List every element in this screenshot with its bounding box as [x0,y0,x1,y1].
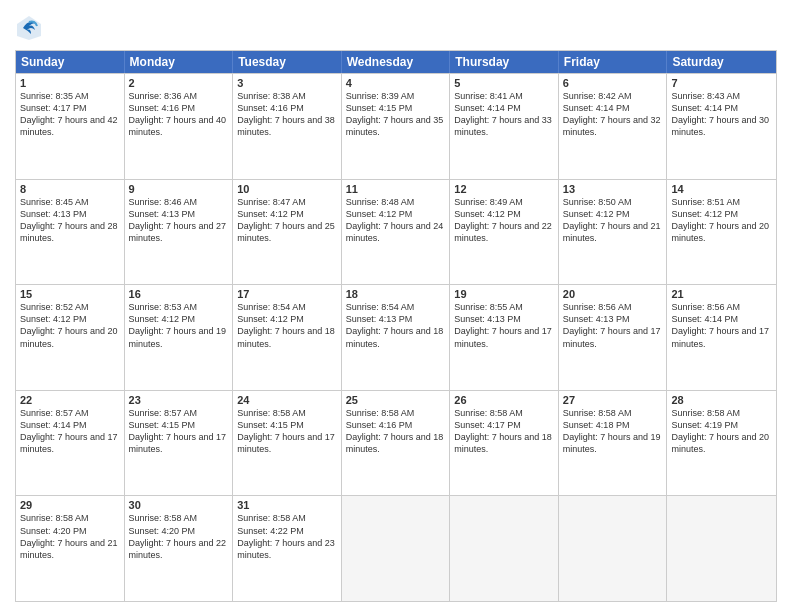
calendar-cell: 19Sunrise: 8:55 AMSunset: 4:13 PMDayligh… [450,285,559,390]
calendar-cell: 22Sunrise: 8:57 AMSunset: 4:14 PMDayligh… [16,391,125,496]
calendar-cell: 30Sunrise: 8:58 AMSunset: 4:20 PMDayligh… [125,496,234,601]
calendar-cell: 8Sunrise: 8:45 AMSunset: 4:13 PMDaylight… [16,180,125,285]
day-info: Sunrise: 8:45 AMSunset: 4:13 PMDaylight:… [20,196,120,245]
day-number: 25 [346,394,446,406]
day-info: Sunrise: 8:52 AMSunset: 4:12 PMDaylight:… [20,301,120,350]
day-info: Sunrise: 8:58 AMSunset: 4:22 PMDaylight:… [237,512,337,561]
day-number: 20 [563,288,663,300]
day-number: 24 [237,394,337,406]
day-number: 23 [129,394,229,406]
calendar-cell: 11Sunrise: 8:48 AMSunset: 4:12 PMDayligh… [342,180,451,285]
calendar-cell: 28Sunrise: 8:58 AMSunset: 4:19 PMDayligh… [667,391,776,496]
day-info: Sunrise: 8:58 AMSunset: 4:19 PMDaylight:… [671,407,772,456]
day-number: 15 [20,288,120,300]
calendar-cell: 21Sunrise: 8:56 AMSunset: 4:14 PMDayligh… [667,285,776,390]
calendar-week: 29Sunrise: 8:58 AMSunset: 4:20 PMDayligh… [16,495,776,601]
day-info: Sunrise: 8:58 AMSunset: 4:17 PMDaylight:… [454,407,554,456]
page: SundayMondayTuesdayWednesdayThursdayFrid… [0,0,792,612]
calendar-cell: 10Sunrise: 8:47 AMSunset: 4:12 PMDayligh… [233,180,342,285]
day-number: 5 [454,77,554,89]
day-number: 10 [237,183,337,195]
day-number: 22 [20,394,120,406]
calendar-cell: 14Sunrise: 8:51 AMSunset: 4:12 PMDayligh… [667,180,776,285]
day-number: 30 [129,499,229,511]
day-info: Sunrise: 8:53 AMSunset: 4:12 PMDaylight:… [129,301,229,350]
calendar-cell: 15Sunrise: 8:52 AMSunset: 4:12 PMDayligh… [16,285,125,390]
calendar-cell: 3Sunrise: 8:38 AMSunset: 4:16 PMDaylight… [233,74,342,179]
calendar-cell: 5Sunrise: 8:41 AMSunset: 4:14 PMDaylight… [450,74,559,179]
calendar-cell: 6Sunrise: 8:42 AMSunset: 4:14 PMDaylight… [559,74,668,179]
day-info: Sunrise: 8:58 AMSunset: 4:20 PMDaylight:… [129,512,229,561]
calendar-week: 1Sunrise: 8:35 AMSunset: 4:17 PMDaylight… [16,73,776,179]
calendar-cell: 29Sunrise: 8:58 AMSunset: 4:20 PMDayligh… [16,496,125,601]
calendar-week: 15Sunrise: 8:52 AMSunset: 4:12 PMDayligh… [16,284,776,390]
calendar-cell: 4Sunrise: 8:39 AMSunset: 4:15 PMDaylight… [342,74,451,179]
day-number: 28 [671,394,772,406]
day-number: 27 [563,394,663,406]
day-number: 21 [671,288,772,300]
calendar-day-header: Sunday [16,51,125,73]
calendar-cell [342,496,451,601]
header [15,10,777,42]
calendar-cell: 26Sunrise: 8:58 AMSunset: 4:17 PMDayligh… [450,391,559,496]
calendar-day-header: Saturday [667,51,776,73]
day-info: Sunrise: 8:50 AMSunset: 4:12 PMDaylight:… [563,196,663,245]
day-number: 14 [671,183,772,195]
calendar-cell: 23Sunrise: 8:57 AMSunset: 4:15 PMDayligh… [125,391,234,496]
day-number: 26 [454,394,554,406]
calendar-cell: 13Sunrise: 8:50 AMSunset: 4:12 PMDayligh… [559,180,668,285]
calendar-cell: 9Sunrise: 8:46 AMSunset: 4:13 PMDaylight… [125,180,234,285]
day-number: 2 [129,77,229,89]
day-number: 31 [237,499,337,511]
calendar-cell: 31Sunrise: 8:58 AMSunset: 4:22 PMDayligh… [233,496,342,601]
day-info: Sunrise: 8:43 AMSunset: 4:14 PMDaylight:… [671,90,772,139]
calendar-cell: 16Sunrise: 8:53 AMSunset: 4:12 PMDayligh… [125,285,234,390]
calendar-cell: 20Sunrise: 8:56 AMSunset: 4:13 PMDayligh… [559,285,668,390]
day-info: Sunrise: 8:42 AMSunset: 4:14 PMDaylight:… [563,90,663,139]
day-info: Sunrise: 8:54 AMSunset: 4:12 PMDaylight:… [237,301,337,350]
calendar-cell: 7Sunrise: 8:43 AMSunset: 4:14 PMDaylight… [667,74,776,179]
day-info: Sunrise: 8:48 AMSunset: 4:12 PMDaylight:… [346,196,446,245]
calendar-cell: 24Sunrise: 8:58 AMSunset: 4:15 PMDayligh… [233,391,342,496]
day-info: Sunrise: 8:58 AMSunset: 4:16 PMDaylight:… [346,407,446,456]
day-number: 12 [454,183,554,195]
day-info: Sunrise: 8:58 AMSunset: 4:20 PMDaylight:… [20,512,120,561]
calendar-cell [667,496,776,601]
calendar-header: SundayMondayTuesdayWednesdayThursdayFrid… [16,51,776,73]
day-info: Sunrise: 8:46 AMSunset: 4:13 PMDaylight:… [129,196,229,245]
calendar-week: 8Sunrise: 8:45 AMSunset: 4:13 PMDaylight… [16,179,776,285]
day-info: Sunrise: 8:38 AMSunset: 4:16 PMDaylight:… [237,90,337,139]
calendar-cell: 25Sunrise: 8:58 AMSunset: 4:16 PMDayligh… [342,391,451,496]
calendar-cell: 17Sunrise: 8:54 AMSunset: 4:12 PMDayligh… [233,285,342,390]
day-info: Sunrise: 8:49 AMSunset: 4:12 PMDaylight:… [454,196,554,245]
day-number: 18 [346,288,446,300]
calendar-cell: 27Sunrise: 8:58 AMSunset: 4:18 PMDayligh… [559,391,668,496]
day-info: Sunrise: 8:35 AMSunset: 4:17 PMDaylight:… [20,90,120,139]
day-number: 11 [346,183,446,195]
day-number: 8 [20,183,120,195]
day-info: Sunrise: 8:36 AMSunset: 4:16 PMDaylight:… [129,90,229,139]
day-info: Sunrise: 8:58 AMSunset: 4:18 PMDaylight:… [563,407,663,456]
day-number: 16 [129,288,229,300]
calendar-day-header: Tuesday [233,51,342,73]
calendar-cell: 18Sunrise: 8:54 AMSunset: 4:13 PMDayligh… [342,285,451,390]
day-info: Sunrise: 8:54 AMSunset: 4:13 PMDaylight:… [346,301,446,350]
calendar-week: 22Sunrise: 8:57 AMSunset: 4:14 PMDayligh… [16,390,776,496]
calendar: SundayMondayTuesdayWednesdayThursdayFrid… [15,50,777,602]
day-info: Sunrise: 8:39 AMSunset: 4:15 PMDaylight:… [346,90,446,139]
day-number: 6 [563,77,663,89]
calendar-cell: 2Sunrise: 8:36 AMSunset: 4:16 PMDaylight… [125,74,234,179]
day-info: Sunrise: 8:56 AMSunset: 4:14 PMDaylight:… [671,301,772,350]
calendar-cell: 1Sunrise: 8:35 AMSunset: 4:17 PMDaylight… [16,74,125,179]
calendar-day-header: Wednesday [342,51,451,73]
day-info: Sunrise: 8:56 AMSunset: 4:13 PMDaylight:… [563,301,663,350]
day-info: Sunrise: 8:55 AMSunset: 4:13 PMDaylight:… [454,301,554,350]
day-number: 29 [20,499,120,511]
logo-icon [15,14,43,42]
calendar-cell [559,496,668,601]
day-number: 4 [346,77,446,89]
day-info: Sunrise: 8:58 AMSunset: 4:15 PMDaylight:… [237,407,337,456]
day-info: Sunrise: 8:57 AMSunset: 4:15 PMDaylight:… [129,407,229,456]
calendar-body: 1Sunrise: 8:35 AMSunset: 4:17 PMDaylight… [16,73,776,601]
logo [15,14,45,42]
